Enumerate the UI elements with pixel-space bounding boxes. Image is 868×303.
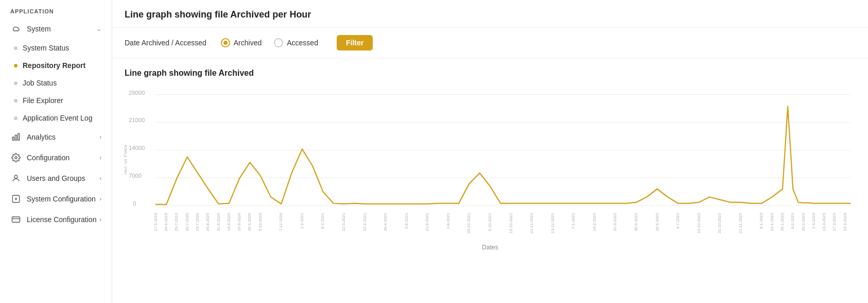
dot-system-status [14,46,18,50]
x-date-29: 30-5-2022 [634,213,638,231]
x-date-37: 25-1-2023 [780,213,785,231]
main-content: Line graph showing file Archived per Hou… [112,0,868,303]
x-date-16: 15-2-2021 [362,213,367,231]
svg-point-3 [15,157,18,159]
sidebar-item-license-config-label: License Configuration [27,215,96,224]
x-date-35: 9-1-2023 [759,213,764,229]
sidebar-item-system-config-label: System Configuration [27,195,96,203]
chevron-right-icon-sysconfig: › [99,195,101,203]
dot-repository-report [14,64,18,68]
x-date-41: 13-3-2023 [822,213,826,231]
x-date-24: 22-11-2021 [529,213,534,233]
radio-accessed-label: Accessed [287,39,318,47]
x-date-11: 5-10-2020 [258,213,263,231]
sidebar-item-job-status[interactable]: Job Status [0,74,112,92]
x-date-38: 6-2-2023 [790,213,795,229]
x-date-19: 21-8-2021 [425,213,429,231]
sidebar-item-system-status-label: System Status [23,44,69,52]
bar-chart-icon [10,131,22,143]
sidebar-item-app-event-log-label: Application Event Log [23,114,92,122]
sidebar-item-license-config[interactable]: License Configuration › [0,209,112,230]
page-title: Line graph showing file Archived per Hou… [125,9,856,20]
x-date-18: 5-6-2021 [404,213,409,229]
y-tick-14000: 14000 [129,145,145,151]
app-label: APPLICATION [0,0,112,19]
x-date-12: 7-12-2020 [279,213,283,231]
chevron-right-icon-config: › [99,154,101,161]
sidebar-item-analytics[interactable]: Analytics › [0,127,112,147]
sidebar-item-job-status-label: Job Status [23,79,57,87]
x-date-6: 24-8-2020 [205,213,210,231]
sidebar-item-analytics-label: Analytics [27,133,56,141]
x-date-10: 26-9-2020 [248,213,252,231]
chevron-right-icon-analytics: › [99,133,101,141]
x-date-15: 22-5-2021 [341,213,346,231]
sidebar-item-file-explorer[interactable]: File Explorer [0,92,112,109]
sidebar-item-configuration[interactable]: Configuration › [0,147,112,168]
x-date-5: 19-7-2020 [195,213,200,231]
radio-archived[interactable]: Archived [221,38,262,47]
page-header: Line graph showing file Archived per Hou… [112,0,868,28]
sidebar-item-system-status[interactable]: System Status [0,39,112,57]
chevron-right-icon-users: › [99,175,101,182]
x-date-25: 13-12-2021 [550,213,555,233]
x-date-28: 21-3-2022 [613,213,618,231]
x-date-22: 5-10-2021 [488,213,492,231]
person-icon [10,173,22,184]
gear-icon [10,152,22,163]
x-date-42: 27-3-2023 [832,213,837,231]
sidebar-item-repository-report[interactable]: Repository Report [0,57,112,74]
x-date-4: 20-7-2020 [185,213,189,231]
svg-rect-0 [12,137,14,140]
x-date-39: 20-2-2023 [801,213,806,231]
x-date-9: 19-9-2020 [237,213,241,231]
x-date-20: 2-8-2021 [446,213,450,229]
x-date-23: 15-10-2021 [509,213,513,233]
sidebar-item-file-explorer-label: File Explorer [23,96,63,105]
radio-archived-circle [221,38,230,47]
sidebar-item-configuration-label: Configuration [27,154,70,162]
dot-job-status [14,81,18,85]
x-date-40: 2-3-2023 [811,213,816,229]
filter-section: Date Archived / Accessed Archived Access… [112,28,868,58]
x-date-1: 17-5-2019 [153,213,158,231]
x-date-36: 23-1-2023 [770,213,774,231]
radio-archived-label: Archived [234,39,262,47]
x-date-21: 20-10-2021 [467,213,472,233]
chart-line [156,106,850,204]
filter-button[interactable]: Filter [337,35,373,50]
y-tick-28000: 28000 [129,90,145,96]
line-graph: 28000 21000 14000 7000 0 No. of Files 17 [125,85,856,240]
x-date-3: 29-7-2019 [175,213,179,231]
filter-section-label: Date Archived / Accessed [125,39,206,47]
sidebar-item-users-groups[interactable]: Users and Groups › [0,168,112,189]
radio-accessed-circle [274,38,283,47]
x-date-33: 31-10-2022 [717,213,722,233]
y-tick-7000: 7000 [129,173,142,179]
card-icon [10,214,22,225]
x-date-2: 24-6-2019 [164,213,168,231]
sidebar-item-users-groups-label: Users and Groups [27,174,85,182]
x-date-43: 23-9-2024 [843,213,847,231]
svg-rect-1 [15,135,17,140]
x-date-7: 31-8-2020 [216,213,221,231]
sidebar-item-system-config[interactable]: System Configuration › [0,189,112,209]
chevron-down-icon: ⌄ [96,25,101,32]
y-axis-label: No. of Files [125,145,128,175]
x-axis-label: Dates [125,244,856,251]
sidebar-item-system[interactable]: System ⌄ [0,19,112,39]
x-date-31: 4-7-2022 [675,213,680,229]
svg-rect-2 [18,133,20,140]
x-date-32: 10-10-2022 [697,213,701,233]
x-date-27: 14-2-2022 [592,213,597,231]
radio-group: Archived Accessed [221,38,318,47]
x-date-26: 7-1-2022 [571,213,576,229]
cloud-icon [10,23,22,35]
svg-point-4 [14,175,18,178]
dot-app-event-log [14,116,18,120]
sidebar-item-app-event-log[interactable]: Application Event Log [0,109,112,127]
dot-file-explorer [14,99,18,103]
radio-accessed[interactable]: Accessed [274,38,318,47]
y-tick-21000: 21000 [129,117,145,123]
x-date-13: 1-2-2021 [300,213,304,229]
